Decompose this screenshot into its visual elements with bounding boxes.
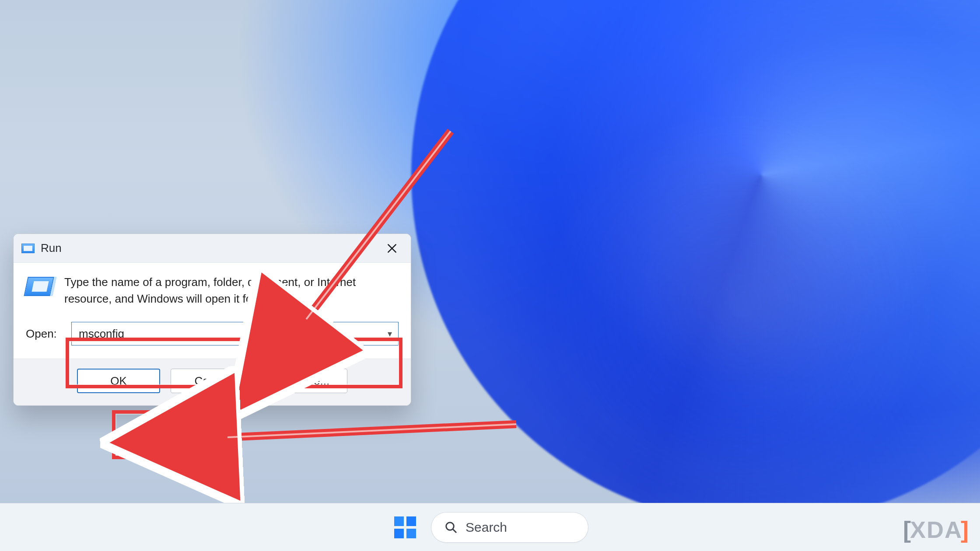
close-icon: [386, 243, 398, 254]
taskbar-search-placeholder: Search: [466, 520, 507, 535]
ok-button[interactable]: OK: [77, 369, 160, 393]
dialog-body: Type the name of a program, folder, docu…: [14, 263, 411, 359]
browse-button-label: Browse...: [282, 374, 329, 388]
dialog-button-bar: OK Cancel Browse...: [14, 359, 411, 405]
taskbar: Search: [0, 503, 980, 551]
start-button[interactable]: [392, 514, 419, 541]
open-input[interactable]: [79, 327, 383, 341]
cancel-button[interactable]: Cancel: [171, 369, 254, 393]
windows-logo-tl: [394, 516, 404, 526]
windows-logo-tr: [406, 516, 416, 526]
chevron-down-icon[interactable]: ▾: [383, 328, 392, 339]
run-large-icon: [24, 277, 54, 296]
dialog-description: Type the name of a program, folder, docu…: [64, 274, 371, 307]
cancel-button-label: Cancel: [195, 374, 230, 388]
titlebar[interactable]: Run: [14, 234, 411, 263]
svg-line-5: [453, 529, 456, 532]
open-label: Open:: [26, 327, 62, 341]
watermark-text: XDA: [910, 516, 962, 543]
xda-watermark: [ XDA ]: [903, 516, 970, 543]
search-icon: [444, 521, 458, 534]
ok-button-label: OK: [110, 374, 127, 388]
window-title: Run: [41, 241, 62, 255]
windows-logo-br: [406, 529, 416, 538]
taskbar-search[interactable]: Search: [431, 512, 588, 543]
close-button[interactable]: [382, 238, 402, 258]
watermark-bracket-right: ]: [961, 516, 970, 543]
run-app-icon: [21, 244, 35, 253]
browse-button[interactable]: Browse...: [264, 369, 347, 393]
open-combobox[interactable]: ▾: [71, 322, 399, 345]
windows-logo-bl: [394, 529, 404, 538]
run-dialog: Run Type the name of a program, folder, …: [13, 234, 411, 406]
